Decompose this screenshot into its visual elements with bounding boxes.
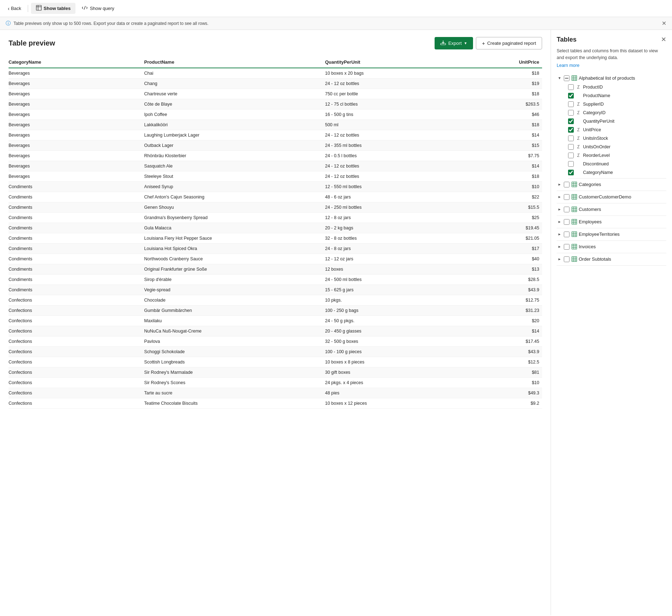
tree-table-row-5[interactable]: ►EmployeeTerritories — [557, 230, 666, 239]
tree-expand-icon[interactable]: ► — [557, 207, 562, 212]
table-cell: $28.5 — [470, 275, 542, 285]
show-tables-icon — [36, 5, 42, 12]
tree-table-checkbox[interactable] — [564, 194, 569, 200]
tree-col-checkbox[interactable] — [568, 144, 574, 150]
tree-col-row[interactable]: Discontinued — [568, 160, 666, 168]
table-cell: Confections — [9, 367, 144, 378]
table-row: ConfectionsSir Rodney's Marmalade30 gift… — [9, 367, 542, 378]
table-row: ConfectionsTarte au sucre48 pies$49.3 — [9, 388, 542, 398]
tree-table-row-4[interactable]: ►Employees — [557, 217, 666, 227]
table-cell: Beverages — [9, 161, 144, 171]
table-row: CondimentsAniseed Syrup12 - 550 ml bottl… — [9, 182, 542, 192]
tree-col-checkbox[interactable] — [568, 118, 574, 124]
table-cell: 24 - 8 oz jars — [325, 244, 470, 254]
table-cell: Ipoh Coffee — [144, 110, 325, 120]
table-cell: Sir Rodney's Marmalade — [144, 367, 325, 378]
tree-col-label: UnitsOnOrder — [583, 144, 610, 149]
table-cell: Condiments — [9, 223, 144, 233]
tree-col-row[interactable]: ΣProductID — [568, 83, 666, 91]
tree-table-row-3[interactable]: ►Customers — [557, 205, 666, 214]
table-cell: 12 - 550 ml bottles — [325, 182, 470, 192]
svg-line-3 — [84, 6, 85, 10]
table-cell: $7.75 — [470, 151, 542, 161]
back-button[interactable]: ‹ Back — [4, 4, 25, 14]
table-row: ConfectionsChocolade10 pkgs.$12.75 — [9, 295, 542, 306]
tree-expand-icon[interactable]: ► — [557, 232, 562, 237]
tree-expand-icon[interactable]: ▼ — [557, 75, 562, 81]
table-cell: Confections — [9, 326, 144, 336]
tree-col-checkbox[interactable] — [568, 127, 574, 133]
tree-table-checkbox[interactable] — [564, 75, 569, 81]
tree-col-row[interactable]: ΣCategoryID — [568, 108, 666, 117]
tree-expand-icon[interactable]: ► — [557, 256, 562, 262]
table-cell: Sasquatch Ale — [144, 161, 325, 171]
preview-header: Table preview Export ▼ + Create paginate… — [9, 37, 542, 49]
tree-table-row-2[interactable]: ►CustomerCustomerDemo — [557, 192, 666, 202]
table-cell: Confections — [9, 378, 144, 388]
table-cell: Tarte au sucre — [144, 388, 325, 398]
table-grid-icon — [571, 244, 577, 250]
tree-col-row[interactable]: ProductName — [568, 91, 666, 100]
table-cell: 10 pkgs. — [325, 295, 470, 306]
tree-col-checkbox[interactable] — [568, 101, 574, 107]
table-cell: Condiments — [9, 275, 144, 285]
show-query-icon — [82, 5, 88, 12]
table-cell: $10 — [470, 182, 542, 192]
tree-col-checkbox[interactable] — [568, 153, 574, 158]
export-button[interactable]: Export ▼ — [435, 37, 473, 49]
svg-rect-36 — [572, 244, 577, 249]
tree-expand-icon[interactable]: ► — [557, 244, 562, 250]
tree-table-row-7[interactable]: ►Order Subtotals — [557, 255, 666, 264]
tree-col-checkbox[interactable] — [568, 93, 574, 99]
tree-col-checkbox[interactable] — [568, 136, 574, 141]
table-cell: Sirop d'érable — [144, 275, 325, 285]
tree-expand-icon[interactable]: ► — [557, 182, 562, 187]
tree-col-checkbox[interactable] — [568, 110, 574, 116]
show-tables-label: Show tables — [44, 6, 71, 11]
table-cell: $15.5 — [470, 202, 542, 213]
tree-expand-icon[interactable]: ► — [557, 219, 562, 225]
tree-table-row-6[interactable]: ►Invoices — [557, 242, 666, 251]
table-cell: Gula Malacca — [144, 223, 325, 233]
table-cell: Teatime Chocolate Biscuits — [144, 398, 325, 409]
tree-table-row-1[interactable]: ►Categories — [557, 180, 666, 189]
tree-expand-icon[interactable]: ► — [557, 194, 562, 200]
table-cell: Condiments — [9, 285, 144, 295]
table-cell: Maxilaku — [144, 316, 325, 326]
table-row: ConfectionsSir Rodney's Scones24 pkgs. x… — [9, 378, 542, 388]
tree-table-label: Invoices — [579, 244, 596, 249]
tree-table-checkbox[interactable] — [564, 244, 569, 250]
learn-more-link[interactable]: Learn more — [557, 63, 579, 68]
tree-col-row[interactable]: ΣReorderLevel — [568, 151, 666, 160]
tree-col-checkbox[interactable] — [568, 161, 574, 167]
tree-col-row[interactable]: ΣUnitsOnOrder — [568, 143, 666, 151]
table-row: ConfectionsSchoggi Schokolade100 - 100 g… — [9, 347, 542, 357]
panel-close-button[interactable]: ✕ — [661, 36, 666, 43]
tree-col-checkbox[interactable] — [568, 170, 574, 175]
tree-col-row[interactable]: ΣUnitsInStock — [568, 134, 666, 143]
table-cell: Laughing Lumberjack Lager — [144, 130, 325, 140]
table-cell: Confections — [9, 357, 144, 367]
table-row: CondimentsOriginal Frankfurter grüne Soß… — [9, 264, 542, 275]
show-tables-button[interactable]: Show tables — [31, 3, 76, 14]
table-row: ConfectionsGumbär Gummibärchen100 - 250 … — [9, 306, 542, 316]
tree-table-row-0[interactable]: ▼Alphabetical list of products — [557, 74, 666, 83]
create-paginated-button[interactable]: + Create paginated report — [476, 37, 542, 49]
sigma-type-icon: Σ — [575, 144, 582, 150]
paginated-label: Create paginated report — [487, 41, 536, 46]
tree-col-checkbox[interactable] — [568, 84, 574, 90]
tree-col-row[interactable]: ΣUnitPrice — [568, 126, 666, 134]
tree-col-row[interactable]: ΣSupplierID — [568, 100, 666, 108]
tree-table-checkbox[interactable] — [564, 256, 569, 262]
tree-col-row[interactable]: QuantityPerUnit — [568, 117, 666, 126]
show-query-button[interactable]: Show query — [77, 3, 119, 14]
tree-table-checkbox[interactable] — [564, 219, 569, 225]
table-cell: Confections — [9, 347, 144, 357]
table-cell: Beverages — [9, 151, 144, 161]
tree-table-checkbox[interactable] — [564, 232, 569, 237]
table-cell: Steeleye Stout — [144, 171, 325, 182]
tree-table-checkbox[interactable] — [564, 207, 569, 212]
tree-table-checkbox[interactable] — [564, 182, 569, 187]
info-close-button[interactable]: ✕ — [662, 20, 666, 27]
tree-col-row[interactable]: CategoryName — [568, 168, 666, 177]
